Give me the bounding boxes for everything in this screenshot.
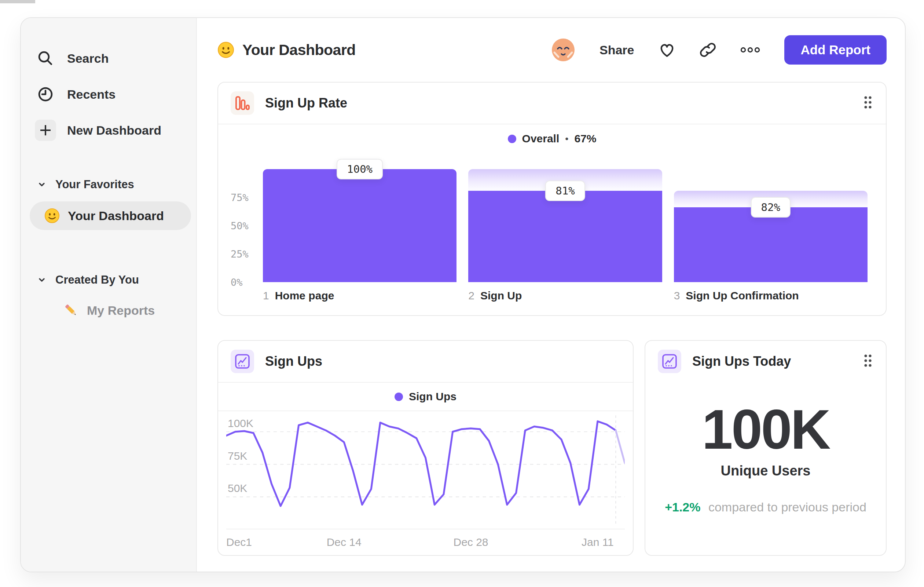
avatar[interactable] xyxy=(551,38,575,62)
search-icon xyxy=(35,48,56,69)
funnel-value-badge: 81% xyxy=(545,180,585,201)
sign-ups-today-card: Sign Ups Today 100K Unique Users +1.2% c… xyxy=(645,340,887,556)
funnel-y-tick: 75% xyxy=(231,192,249,203)
legend-dot xyxy=(394,393,403,401)
top-left-strip xyxy=(0,0,35,3)
funnel-chart: 100%81%82% 1Home page2Sign Up3Sign Up Co… xyxy=(218,153,886,315)
main-area: Your Dashboard Share xyxy=(197,18,905,572)
funnel-bar: 100% xyxy=(263,160,457,282)
metric-body: 100K Unique Users +1.2% compared to prev… xyxy=(645,382,886,514)
funnel-bar: 81% xyxy=(468,160,662,282)
sidebar-item-label: Recents xyxy=(67,87,116,102)
chevron-down-icon xyxy=(37,180,46,189)
funnel-bar-segment xyxy=(468,191,662,282)
funnel-bar-segment xyxy=(674,207,868,283)
more-options-icon[interactable] xyxy=(740,46,760,54)
metric-delta-row: +1.2% compared to previous period xyxy=(645,500,886,514)
line-chart-icon xyxy=(658,350,681,373)
topbar: Your Dashboard Share xyxy=(218,35,887,65)
legend-label: Sign Ups xyxy=(409,390,457,403)
line-legend: Sign Ups xyxy=(218,383,633,411)
line-chart-icon xyxy=(231,350,254,373)
sign-up-rate-card: Sign Up Rate Overall • 67% 100%81%82% 1H… xyxy=(218,82,887,316)
section-title: Your Favorites xyxy=(55,178,134,191)
sidebar-item-new-dashboard[interactable]: New Dashboard xyxy=(35,114,196,146)
funnel-y-tick: 0% xyxy=(231,277,243,288)
card-title: Sign Ups Today xyxy=(692,354,791,369)
funnel-bar-segment xyxy=(263,169,457,282)
card-title: Sign Ups xyxy=(265,354,322,369)
line-chart-x-axis: Dec1Dec 14Dec 28Jan 11 xyxy=(226,529,625,555)
sidebar-item-label: My Reports xyxy=(87,303,155,318)
line-x-tick: Jan 11 xyxy=(582,536,614,549)
metric-value: 100K xyxy=(645,397,886,461)
legend-dot xyxy=(508,135,516,143)
share-button[interactable]: Share xyxy=(599,43,634,57)
chevron-down-icon xyxy=(37,275,46,285)
line-x-tick: Dec 28 xyxy=(453,536,488,549)
clock-icon xyxy=(35,84,56,105)
metric-label: Unique Users xyxy=(645,463,886,479)
funnel-chart-icon xyxy=(231,91,254,115)
sidebar-item-your-dashboard[interactable]: Your Dashboard xyxy=(30,202,191,230)
sidebar-item-my-reports[interactable]: My Reports xyxy=(63,303,196,318)
legend-separator: • xyxy=(565,133,568,145)
sidebar-item-search[interactable]: Search xyxy=(35,42,196,74)
funnel-bar: 82% xyxy=(674,160,868,282)
legend-value: 67% xyxy=(574,132,596,145)
funnel-value-badge: 100% xyxy=(337,159,383,179)
funnel-value-badge: 82% xyxy=(751,197,790,218)
plus-icon xyxy=(35,120,56,141)
funnel-category-label: 3Sign Up Confirmation xyxy=(674,289,868,302)
sidebar-item-label: New Dashboard xyxy=(67,123,161,137)
metric-delta: +1.2% xyxy=(665,500,700,514)
pencil-icon xyxy=(63,303,79,318)
card-header: Sign Up Rate xyxy=(218,83,886,124)
page-title: Your Dashboard xyxy=(218,41,356,59)
bottom-row: Sign Ups Sign Ups 100K75K50K Dec1Dec 14D… xyxy=(218,340,887,556)
section-title: Created By You xyxy=(55,273,139,286)
smiley-icon xyxy=(218,41,234,58)
line-x-tick: Dec 14 xyxy=(327,536,361,549)
legend-label: Overall xyxy=(522,132,559,145)
drag-handle-icon[interactable] xyxy=(862,95,873,112)
card-header: Sign Ups Today xyxy=(645,341,886,382)
section-created-by-you[interactable]: Created By You xyxy=(37,273,196,286)
add-report-button[interactable]: Add Report xyxy=(784,35,887,64)
funnel-category-label: 1Home page xyxy=(263,289,457,302)
app-window: Search Recents New Dashboard Your Favori… xyxy=(20,17,906,572)
funnel-y-tick: 50% xyxy=(231,220,249,231)
line-x-tick: Dec1 xyxy=(226,536,252,549)
smiley-icon xyxy=(45,208,60,223)
sign-ups-card: Sign Ups Sign Ups 100K75K50K Dec1Dec 14D… xyxy=(218,340,634,556)
section-your-favorites[interactable]: Your Favorites xyxy=(37,178,196,191)
sidebar: Search Recents New Dashboard Your Favori… xyxy=(21,18,197,572)
funnel-y-tick: 25% xyxy=(231,248,249,260)
drag-handle-icon[interactable] xyxy=(862,353,873,370)
sidebar-item-label: Search xyxy=(67,51,109,66)
card-header: Sign Ups xyxy=(218,341,633,382)
funnel-categories: 1Home page2Sign Up3Sign Up Confirmation xyxy=(263,289,868,302)
sidebar-item-recents[interactable]: Recents xyxy=(35,78,196,111)
metric-delta-note: compared to previous period xyxy=(708,500,866,514)
line-chart: 100K75K50K xyxy=(226,413,625,524)
topbar-actions: Share Add Report xyxy=(551,35,887,64)
funnel-bars: 100%81%82% xyxy=(263,160,868,282)
page-title-text: Your Dashboard xyxy=(243,41,356,59)
favorite-heart-icon[interactable] xyxy=(658,41,676,59)
funnel-legend: Overall • 67% xyxy=(218,124,886,153)
funnel-category-label: 2Sign Up xyxy=(468,289,662,302)
card-title: Sign Up Rate xyxy=(265,95,347,111)
copy-link-icon[interactable] xyxy=(700,42,716,58)
sidebar-item-label: Your Dashboard xyxy=(68,209,164,223)
